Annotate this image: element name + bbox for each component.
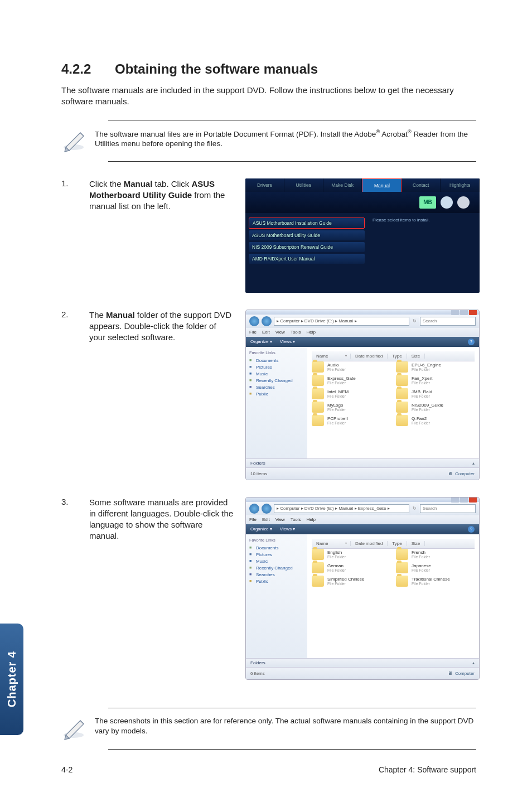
installer-tabs: Drivers Utilities Make Disk Manual Conta… xyxy=(245,178,480,192)
folder-item[interactable]: Q-Fan2File Folder xyxy=(396,415,475,426)
step-1-text: Click the Manual tab. Click ASUS Motherb… xyxy=(89,178,245,212)
close-button[interactable] xyxy=(469,497,477,503)
max-button[interactable] xyxy=(460,310,468,315)
menu-view[interactable]: View xyxy=(275,517,285,522)
organize-button[interactable]: Organize ▾ xyxy=(250,339,272,344)
folder-item[interactable]: PCProbeIIFile Folder xyxy=(312,415,390,426)
folder-item[interactable]: EnglishFile Folder xyxy=(312,549,390,560)
folder-item[interactable]: GermanFile Folder xyxy=(312,562,390,573)
chapter-side-tab: Chapter 4 xyxy=(0,624,23,735)
col-date[interactable]: Date modified xyxy=(351,354,388,359)
folder-item[interactable]: Simplified ChineseFile Folder xyxy=(312,576,390,587)
tab-highlights[interactable]: Highlights xyxy=(441,178,480,192)
close-button[interactable] xyxy=(469,310,477,315)
folder-item[interactable]: EPU-6_EngineFile Folder xyxy=(396,361,475,373)
sidebar-searches[interactable]: Searches xyxy=(249,572,304,578)
folder-type: File Folder xyxy=(412,421,430,425)
menu-edit[interactable]: Edit xyxy=(262,330,270,335)
folder-name: French xyxy=(412,550,430,555)
sidebar-music[interactable]: Music xyxy=(249,371,304,378)
manual-item-nis2009[interactable]: NIS 2009 Subscription Renewal Guide xyxy=(249,242,365,252)
search-input[interactable]: Search xyxy=(420,504,476,513)
menu-tools[interactable]: Tools xyxy=(291,330,301,335)
refresh-icon[interactable]: ↻ xyxy=(413,506,417,511)
sidebar-recently-changed[interactable]: Recently Changed xyxy=(249,565,304,572)
folder-item[interactable]: Traditional ChineseFile Folder xyxy=(396,576,475,587)
col-type[interactable]: Type xyxy=(388,541,407,546)
folder-name: NIS2009_Guide xyxy=(412,403,443,408)
col-type[interactable]: Type xyxy=(388,354,407,359)
chevron-up-icon[interactable]: ▴ xyxy=(472,660,475,665)
installer-left-list: ASUS Motherboard Installation Guide ASUS… xyxy=(245,213,368,293)
address-bar[interactable]: ▸ Computer ▸ DVD Drive (E:) ▸ Manual ▸ xyxy=(274,317,409,326)
sidebar-documents[interactable]: Documents xyxy=(249,357,304,364)
folder-item[interactable]: AudioFile Folder xyxy=(312,361,390,373)
views-button[interactable]: Views ▾ xyxy=(280,339,295,344)
sidebar-pictures[interactable]: Pictures xyxy=(249,364,304,371)
tab-contact[interactable]: Contact xyxy=(402,178,441,192)
manual-item-amd-raidxpert[interactable]: AMD RAIDXpert User Manual xyxy=(249,254,365,264)
col-size[interactable]: Size xyxy=(407,354,425,359)
menu-tools[interactable]: Tools xyxy=(291,517,301,522)
folder-type: File Folder xyxy=(327,568,346,572)
back-button[interactable] xyxy=(249,316,259,326)
chevron-up-icon[interactable]: ▴ xyxy=(472,461,475,466)
folder-item[interactable]: NIS2009_GuideFile Folder xyxy=(396,402,475,413)
folder-item[interactable]: Intel_MEMFile Folder xyxy=(312,388,390,399)
tab-utilities[interactable]: Utilities xyxy=(284,178,323,192)
sidebar-documents[interactable]: Documents xyxy=(249,545,304,552)
organize-button[interactable]: Organize ▾ xyxy=(250,526,272,532)
folder-name: Fan_Xpert xyxy=(412,376,432,381)
menu-help[interactable]: Help xyxy=(307,517,316,522)
manual-item-utility-guide[interactable]: ASUS Motherboard Utility Guide xyxy=(249,230,365,240)
folder-item[interactable]: MyLogoFile Folder xyxy=(312,402,390,413)
min-button[interactable] xyxy=(451,497,459,503)
col-name[interactable]: Name xyxy=(312,354,351,359)
sidebar-public[interactable]: Public xyxy=(249,391,304,398)
sidebar-recently-changed[interactable]: Recently Changed xyxy=(249,378,304,384)
col-date[interactable]: Date modified xyxy=(351,541,388,546)
folder-item[interactable]: Express_GateFile Folder xyxy=(312,375,390,386)
col-name[interactable]: Name xyxy=(312,541,351,546)
min-button[interactable] xyxy=(451,310,459,315)
folder-item[interactable]: Fan_XpertFile Folder xyxy=(396,375,475,386)
address-bar[interactable]: ▸ Computer ▸ DVD Drive (E:) ▸ Manual ▸ E… xyxy=(274,504,409,513)
section-heading: 4.2.2Obtaining the software manuals xyxy=(61,61,476,77)
refresh-icon[interactable]: ↻ xyxy=(413,318,417,323)
menu-view[interactable]: View xyxy=(275,330,285,335)
menu-file[interactable]: File xyxy=(249,330,257,335)
col-size[interactable]: Size xyxy=(407,541,425,546)
folder-name: MyLogo xyxy=(327,403,346,408)
folder-name: Audio xyxy=(327,363,346,368)
folders-toggle[interactable]: Folders xyxy=(250,461,265,466)
manual-item-installation-guide[interactable]: ASUS Motherboard Installation Guide xyxy=(249,218,365,229)
explorer-file-list: Name Date modified Type Size EnglishFile… xyxy=(307,534,479,658)
max-button[interactable] xyxy=(460,497,468,503)
folder-item[interactable]: JapaneseFile Folder xyxy=(396,562,475,573)
folders-toggle[interactable]: Folders xyxy=(250,660,265,665)
sidebar-pictures[interactable]: Pictures xyxy=(249,552,304,558)
tab-manual[interactable]: Manual xyxy=(362,178,402,192)
search-input[interactable]: Search xyxy=(420,317,476,326)
tab-makedisk[interactable]: Make Disk xyxy=(323,178,362,192)
help-icon[interactable]: ? xyxy=(468,526,475,533)
menu-edit[interactable]: Edit xyxy=(262,517,270,522)
mb-logo: MB xyxy=(419,196,436,209)
forward-button[interactable] xyxy=(262,504,272,514)
chapter-side-label: Chapter 4 xyxy=(6,651,18,707)
folder-name: Express_Gate xyxy=(327,376,356,381)
help-icon[interactable]: ? xyxy=(468,339,475,345)
intro-paragraph: The software manuals are included in the… xyxy=(61,85,476,108)
menu-help[interactable]: Help xyxy=(307,330,316,335)
explorer-menubar: File Edit View Tools Help xyxy=(246,515,479,524)
folder-item[interactable]: FrenchFile Folder xyxy=(396,549,475,560)
menu-file[interactable]: File xyxy=(249,517,257,522)
sidebar-searches[interactable]: Searches xyxy=(249,384,304,391)
forward-button[interactable] xyxy=(262,316,272,326)
tab-drivers[interactable]: Drivers xyxy=(245,178,284,192)
sidebar-music[interactable]: Music xyxy=(249,558,304,565)
views-button[interactable]: Views ▾ xyxy=(280,526,295,532)
sidebar-public[interactable]: Public xyxy=(249,578,304,585)
back-button[interactable] xyxy=(249,504,259,514)
folder-item[interactable]: JMB_RaidFile Folder xyxy=(396,388,475,399)
